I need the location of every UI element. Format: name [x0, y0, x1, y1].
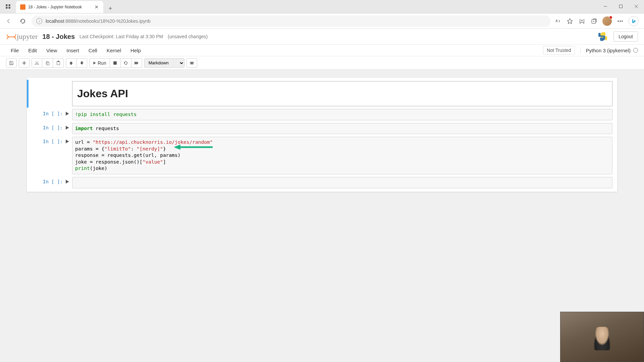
url-field[interactable]: i localhost:8888/notebooks/18%20-%20Joke… [32, 15, 551, 27]
read-aloud-icon[interactable]: A [554, 17, 561, 25]
code-input[interactable]: !pip install requests [72, 109, 612, 120]
menu-help[interactable]: Help [126, 46, 146, 55]
prompt-label: In [ ]: [43, 125, 63, 130]
run-button[interactable]: Run [89, 58, 110, 68]
webcam-overlay [560, 312, 644, 362]
svg-rect-40 [191, 63, 193, 63]
svg-marker-35 [137, 61, 138, 64]
minimize-button[interactable] [598, 0, 613, 13]
svg-marker-33 [124, 62, 125, 64]
notebook-name[interactable]: 18 - Jokes [42, 33, 75, 41]
kernel-status-icon [633, 48, 638, 53]
close-tab-icon[interactable]: ✕ [94, 4, 99, 10]
run-cell-icon[interactable] [65, 179, 69, 184]
profile-avatar[interactable] [602, 16, 612, 26]
tab-title: 18 - Jokes - Jupyter Notebook [28, 5, 91, 9]
favorite-icon[interactable] [566, 17, 574, 25]
checkpoint-text: Last Checkpoint: Last Friday at 3:30 PM [79, 34, 163, 39]
run-cell-icon[interactable] [65, 125, 69, 130]
paste-button[interactable] [53, 58, 64, 68]
command-palette-button[interactable] [186, 58, 197, 68]
site-info-icon[interactable]: i [36, 18, 42, 24]
favorites-bar-icon[interactable] [578, 17, 586, 25]
save-button[interactable] [6, 58, 17, 68]
url-text: localhost:8888/notebooks/18%20-%20Jokes.… [46, 18, 151, 24]
svg-marker-29 [70, 61, 73, 64]
jupyter-favicon [20, 4, 25, 10]
menu-view[interactable]: View [42, 46, 62, 55]
browser-tab-active[interactable]: 18 - Jokes - Jupyter Notebook ✕ [16, 1, 103, 13]
tab-actions-icon[interactable] [0, 0, 16, 13]
jupyter-logo[interactable]: jupyter [6, 32, 38, 41]
cell-content[interactable]: Jokes API [72, 81, 612, 106]
svg-marker-31 [94, 62, 96, 64]
cell-prompt: In [ ]: [29, 123, 72, 134]
run-label: Run [98, 60, 106, 66]
logout-button[interactable]: Logout [613, 32, 638, 42]
cell-markdown-1[interactable]: Jokes API [27, 80, 617, 108]
svg-rect-3 [9, 7, 10, 9]
jupyter-planet-icon [6, 32, 15, 41]
svg-point-18 [622, 20, 623, 21]
back-button[interactable] [3, 16, 14, 26]
refresh-button[interactable] [17, 16, 28, 26]
svg-marker-10 [581, 19, 583, 21]
svg-rect-2 [6, 7, 7, 9]
cell-code-3[interactable]: In [ ]: url = "https://api.chucknorris.i… [27, 135, 617, 176]
unsaved-indicator: (unsaved changes) [168, 34, 208, 39]
new-tab-button[interactable]: ＋ [105, 3, 115, 13]
menu-edit[interactable]: Edit [23, 46, 42, 55]
trust-badge[interactable]: Not Trusted [543, 46, 575, 55]
close-window-button[interactable] [629, 0, 644, 13]
menu-cell[interactable]: Cell [84, 46, 102, 55]
svg-rect-0 [6, 4, 7, 6]
svg-marker-49 [66, 180, 67, 184]
cell-code-4[interactable]: In [ ]: [27, 176, 617, 190]
heading-jokes-api: Jokes API [77, 87, 607, 100]
svg-marker-48 [174, 144, 180, 150]
copy-button[interactable] [42, 58, 53, 68]
cut-button[interactable] [32, 58, 42, 68]
kernel-name[interactable]: Python 3 (ipykernel) [580, 48, 638, 53]
svg-marker-41 [66, 112, 67, 116]
cell-prompt: In [ ]: [29, 109, 72, 120]
maximize-button[interactable] [613, 0, 629, 13]
menu-bar: File Edit View Insert Cell Kernel Help N… [0, 44, 644, 56]
cell-code-1[interactable]: In [ ]: !pip install requests [27, 108, 617, 122]
svg-marker-44 [67, 127, 69, 129]
jupyter-wordmark: jupyter [17, 32, 38, 41]
cell-prompt: In [ ]: [29, 137, 72, 174]
add-cell-button[interactable] [19, 58, 30, 68]
address-bar: i localhost:8888/notebooks/18%20-%20Joke… [0, 13, 644, 29]
svg-rect-37 [191, 62, 191, 63]
menu-file[interactable]: File [6, 46, 23, 55]
collections-icon[interactable] [590, 17, 598, 25]
window-controls [598, 0, 644, 13]
restart-button[interactable] [121, 58, 131, 68]
bing-icon[interactable] [629, 16, 639, 26]
run-cell-icon[interactable] [65, 111, 69, 116]
move-down-button[interactable] [76, 58, 87, 68]
menu-insert[interactable]: Insert [62, 46, 84, 55]
svg-marker-42 [67, 113, 69, 115]
code-input[interactable]: import requests [72, 123, 612, 134]
code-input[interactable]: url = "https://api.chucknorris.io/jokes/… [72, 137, 612, 174]
svg-text:A: A [555, 19, 558, 23]
cell-type-select[interactable]: Markdown [144, 58, 184, 68]
prompt-label: In [ ]: [43, 111, 63, 116]
move-up-button[interactable] [66, 58, 76, 68]
svg-marker-43 [66, 126, 67, 130]
interrupt-button[interactable] [110, 58, 121, 68]
svg-marker-50 [67, 181, 69, 183]
run-cell-icon[interactable] [65, 139, 69, 143]
notebook-paper: Jokes API In [ ]: !pip install requests … [27, 78, 617, 192]
cell-code-2[interactable]: In [ ]: import requests [27, 122, 617, 136]
code-input[interactable] [72, 177, 612, 188]
svg-marker-9 [568, 18, 573, 23]
jupyter-header: jupyter 18 - Jokes Last Checkpoint: Last… [0, 29, 644, 44]
restart-run-all-button[interactable] [131, 58, 142, 68]
notebook-container[interactable]: Jokes API In [ ]: !pip install requests … [0, 70, 644, 362]
svg-point-16 [618, 20, 619, 21]
more-icon[interactable] [616, 17, 624, 25]
menu-kernel[interactable]: Kernel [102, 46, 126, 55]
